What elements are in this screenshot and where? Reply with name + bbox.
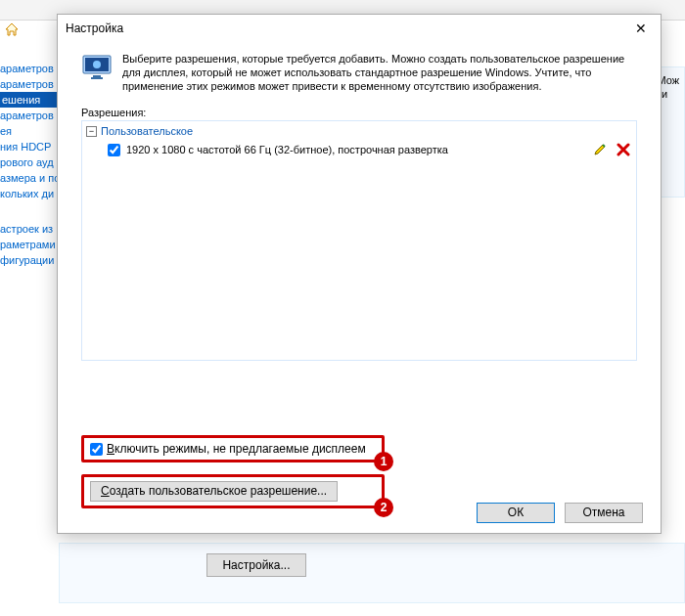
svg-rect-3 — [93, 75, 101, 77]
sidebar-nav: араметровараметровешенияараметровеяния H… — [0, 61, 59, 268]
highlight-enable-modes: Включить режимы, не предлагаемые дисплее… — [81, 435, 385, 462]
resolution-checkbox[interactable] — [108, 144, 120, 156]
customize-dialog: Настройка ✕ Выберите разрешения, которые… — [57, 14, 662, 534]
svg-point-2 — [93, 61, 101, 68]
home-icon[interactable] — [4, 22, 20, 37]
enable-modes-label: Включить режимы, не предлагаемые дисплее… — [107, 442, 366, 456]
dialog-titlebar[interactable]: Настройка ✕ — [58, 15, 661, 42]
settings-button[interactable]: Настройка... — [206, 553, 306, 577]
sidebar-item[interactable]: кольких ди — [0, 186, 59, 201]
group-header[interactable]: − Пользовательское — [86, 125, 632, 137]
highlight-create-resolution: Создать пользовательское разрешение... 2 — [81, 474, 385, 508]
resolution-label: 1920 x 1080 с частотой 66 Гц (32-битное)… — [126, 144, 448, 155]
edit-icon[interactable] — [593, 143, 607, 156]
sidebar-item[interactable]: ея — [0, 123, 59, 139]
sidebar-item[interactable]: араметров — [0, 76, 59, 92]
group-title: Пользовательское — [101, 125, 193, 137]
sidebar-item[interactable]: раметрами — [0, 237, 59, 252]
create-custom-resolution-button[interactable]: Создать пользовательское разрешение... — [90, 481, 338, 502]
svg-rect-4 — [91, 77, 103, 79]
sidebar-item[interactable]: фигурации — [0, 252, 59, 268]
enable-modes-input[interactable] — [90, 443, 103, 456]
collapse-icon[interactable]: − — [86, 126, 97, 137]
annotation-badge-1: 1 — [374, 452, 393, 471]
intro-text: Выберите разрешения, которые требуется д… — [122, 52, 637, 93]
resolution-row[interactable]: 1920 x 1080 с частотой 66 Гц (32-битное)… — [86, 141, 632, 158]
sidebar-item[interactable]: рового ауд — [0, 154, 59, 170]
sidebar-item[interactable]: азмера и по — [0, 170, 59, 186]
sidebar-item[interactable]: ния HDCP — [0, 139, 59, 154]
annotation-badge-2: 2 — [374, 498, 393, 517]
sidebar-item[interactable]: ешения — [0, 92, 59, 108]
sidebar-item[interactable]: араметров — [0, 108, 59, 123]
monitor-icon — [81, 52, 113, 83]
delete-icon[interactable] — [616, 143, 630, 156]
sidebar-item[interactable]: астроек из — [0, 221, 59, 237]
row-actions — [593, 143, 630, 156]
dialog-title: Настройка — [66, 15, 123, 42]
resolutions-list[interactable]: − Пользовательское 1920 x 1080 с частото… — [81, 120, 637, 361]
resolutions-caption: Разрешения: — [81, 107, 637, 118]
sidebar-item[interactable]: араметров — [0, 61, 59, 76]
cancel-button[interactable]: Отмена — [565, 503, 643, 523]
close-icon[interactable]: ✕ — [629, 15, 653, 42]
bg-toolbar-icons — [0, 20, 45, 39]
bottom-action-panel: Настройка... — [59, 543, 685, 603]
ok-button[interactable]: ОК — [477, 503, 555, 523]
enable-modes-checkbox[interactable]: Включить режимы, не предлагаемые дисплее… — [90, 442, 376, 456]
dialog-footer: ОК Отмена — [477, 503, 643, 523]
